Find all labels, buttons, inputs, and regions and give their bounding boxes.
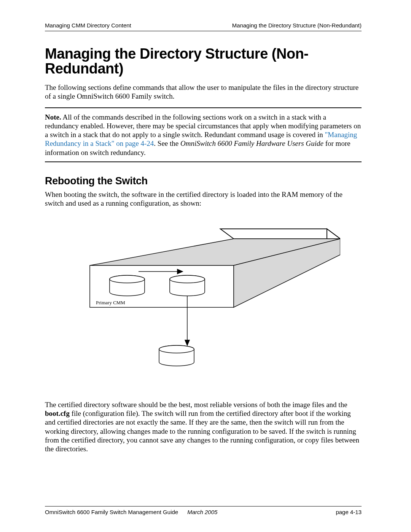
note-italic-ref: OmniSwitch 6600 Family Hardware Users Gu… <box>180 139 323 147</box>
certified-cylinder-icon: Certified <box>170 275 205 296</box>
svg-point-18 <box>170 275 205 283</box>
svg-marker-22 <box>185 340 190 345</box>
svg-point-24 <box>159 345 194 353</box>
reboot-diagram-svg: Primary CMM Working Certified <box>66 217 340 393</box>
closing-bold: boot.cfg <box>45 409 70 417</box>
note-body-2: . See the <box>154 139 180 147</box>
section-p1: When booting the switch, the software in… <box>45 190 362 208</box>
footer-page-number: page 4-13 <box>336 509 362 515</box>
working-cylinder-icon: Working <box>110 275 145 296</box>
note-text: Note. All of the commands described in t… <box>45 113 362 157</box>
page: Managing CMM Directory Content Managing … <box>0 0 411 532</box>
running-cylinder-icon: Running <box>159 345 194 366</box>
diagram: Primary CMM Working Certified <box>45 217 362 393</box>
svg-marker-0 <box>220 229 340 239</box>
running-label: Running <box>168 354 185 359</box>
footer-guide: OmniSwitch 6600 Family Switch Management… <box>45 509 178 515</box>
closing-before-bold: The certified directory software should … <box>45 401 347 409</box>
footer-rule <box>45 506 362 506</box>
note-block: Note. All of the commands described in t… <box>45 107 362 162</box>
section-heading: Rebooting the Switch <box>45 175 362 187</box>
primary-cmm-label: Primary CMM <box>96 300 125 305</box>
closing-after-bold: file (configuration file). The switch wi… <box>45 409 359 453</box>
page-footer: OmniSwitch 6600 Family Switch Management… <box>45 506 362 515</box>
svg-point-16 <box>110 275 145 283</box>
footer-date: March 2005 <box>187 509 217 515</box>
header-right: Managing the Directory Structure (Non-Re… <box>232 22 362 29</box>
page-title: Managing the Directory Structure (Non-Re… <box>45 46 362 76</box>
intro-paragraph: The following sections define commands t… <box>45 83 362 101</box>
note-label: Note. <box>45 113 61 121</box>
running-header: Managing CMM Directory Content Managing … <box>45 22 362 31</box>
closing-paragraph: The certified directory software should … <box>45 400 362 453</box>
working-label: Working <box>118 284 136 289</box>
header-left: Managing CMM Directory Content <box>45 22 131 29</box>
note-body-1: All of the commands described in the fol… <box>45 113 361 139</box>
certified-label: Certified <box>178 284 196 289</box>
